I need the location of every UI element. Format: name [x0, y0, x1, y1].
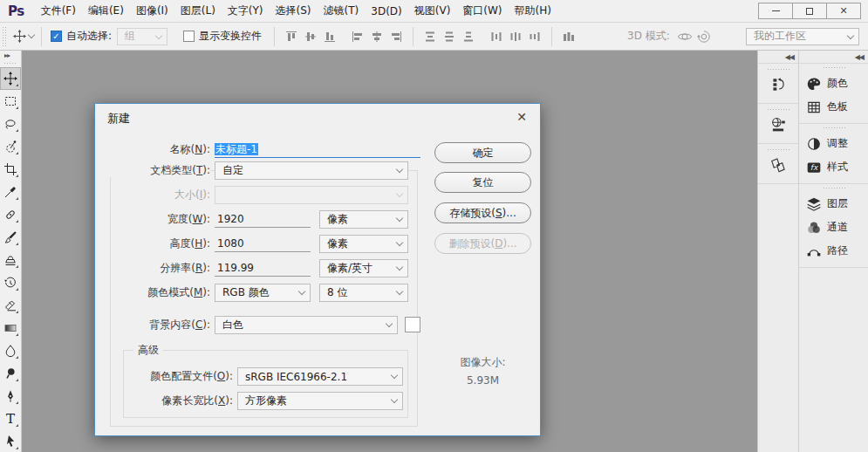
move-tool[interactable] — [0, 67, 21, 90]
toolbar-grip[interactable] — [3, 62, 17, 65]
align-bottom-icon[interactable] — [322, 29, 338, 45]
maximize-button[interactable] — [792, 3, 827, 19]
panel-tab-layers[interactable]: 图层 — [799, 192, 868, 216]
paths-panel-icon — [805, 243, 823, 259]
panel-tab-channels[interactable]: 通道 — [799, 216, 868, 239]
document-type-dropdown[interactable]: 自定 — [215, 161, 408, 180]
distribute-vertical-center-icon[interactable] — [441, 29, 457, 45]
bit-depth-dropdown[interactable]: 8 位 — [319, 284, 408, 302]
grip — [823, 66, 845, 69]
quick-selection-tool[interactable] — [0, 135, 21, 158]
gradient-tool[interactable] — [0, 317, 21, 339]
grip — [767, 68, 789, 71]
3d-panel-button[interactable] — [758, 104, 798, 144]
width-input[interactable]: 1920 — [215, 210, 311, 228]
auto-select-target-dropdown[interactable]: 组 — [117, 28, 167, 45]
resolution-unit-dropdown[interactable]: 像素/英寸 — [319, 259, 408, 277]
menu-type[interactable]: 文字(Y) — [222, 3, 270, 18]
align-vertical-center-icon[interactable] — [303, 29, 318, 45]
align-left-icon[interactable] — [350, 29, 366, 45]
pixel-aspect-ratio-dropdown[interactable]: 方形像素 — [237, 392, 403, 410]
height-input[interactable]: 1080 — [215, 235, 311, 252]
menu-layer[interactable]: 图层(L) — [174, 3, 222, 18]
lasso-icon — [3, 117, 17, 131]
move-tool-preset-icon[interactable] — [11, 29, 27, 45]
type-tool[interactable]: T — [0, 407, 21, 430]
3d-roll-icon[interactable] — [696, 29, 712, 45]
menu-window[interactable]: 窗口(W) — [456, 3, 508, 18]
distribute-left-icon[interactable] — [489, 29, 504, 45]
history-brush-icon — [3, 276, 17, 290]
ok-button[interactable]: 确定 — [434, 142, 531, 163]
show-transform-checkbox[interactable] — [183, 31, 195, 42]
3d-orbit-icon[interactable] — [677, 29, 693, 45]
options-bar-grip[interactable] — [2, 26, 6, 47]
tool-preset-chevron-icon[interactable] — [28, 31, 35, 38]
delete-preset-button[interactable]: 删除预设(D)... — [434, 233, 531, 254]
menu-select[interactable]: 选择(S) — [270, 3, 318, 18]
healing-brush-tool[interactable] — [0, 203, 21, 226]
chevron-down-icon — [396, 166, 403, 173]
dialog-title: 新建 — [107, 111, 130, 127]
menu-edit[interactable]: 编辑(E) — [82, 3, 130, 18]
panel-tab-styles[interactable]: fx 样式 — [799, 155, 868, 179]
panel-tab-paths[interactable]: 路径 — [799, 239, 868, 263]
color-profile-dropdown[interactable]: sRGB IEC61966-2.1 — [237, 367, 403, 386]
background-contents-dropdown[interactable]: 白色 — [215, 316, 398, 334]
crop-tool[interactable] — [0, 158, 21, 181]
styles-panel-icon: fx — [805, 160, 823, 175]
distribute-horizontal-center-icon[interactable] — [508, 29, 523, 45]
panel-tab-label: 调整 — [827, 136, 848, 151]
align-horizontal-center-icon[interactable] — [369, 29, 385, 45]
minimize-icon — [772, 10, 780, 11]
icon-column-collapse-icon[interactable]: ◀◀ — [758, 51, 798, 64]
brush-tool[interactable] — [0, 226, 21, 249]
rectangular-marquee-tool[interactable] — [0, 90, 21, 113]
distribute-bottom-icon[interactable] — [461, 29, 476, 45]
menu-3d[interactable]: 3D(D) — [365, 5, 407, 17]
distribute-right-icon[interactable] — [527, 29, 543, 45]
eraser-tool[interactable] — [0, 294, 21, 317]
menu-file[interactable]: 文件(F) — [35, 3, 82, 18]
menu-view[interactable]: 视图(V) — [408, 3, 457, 18]
path-selection-tool[interactable] — [0, 430, 21, 452]
panel-tab-label: 颜色 — [827, 76, 848, 91]
history-brush-tool[interactable] — [0, 271, 21, 294]
menu-filter[interactable]: 滤镜(T) — [318, 3, 366, 18]
pen-tool[interactable] — [0, 385, 21, 407]
dialog-close-button[interactable]: ✕ — [512, 108, 531, 126]
panel-column-collapse-icon[interactable]: ◀◀ — [799, 51, 868, 64]
3d-panel-icon — [769, 116, 787, 134]
dodge-tool[interactable] — [0, 362, 21, 385]
menu-help[interactable]: 帮助(H) — [509, 3, 557, 18]
background-color-swatch[interactable] — [405, 317, 420, 332]
size-dropdown[interactable] — [215, 186, 408, 204]
lasso-tool[interactable] — [0, 113, 21, 135]
align-top-icon[interactable] — [284, 29, 299, 45]
panel-tab-adjustments[interactable]: 调整 — [799, 132, 868, 155]
close-button[interactable]: ✕ — [826, 3, 861, 19]
width-unit-dropdown[interactable]: 像素 — [319, 210, 408, 229]
auto-select-checkbox[interactable]: ✓ — [51, 31, 62, 42]
clone-stamp-tool[interactable] — [0, 249, 21, 271]
blur-tool[interactable] — [0, 339, 21, 362]
panel-tab-swatches[interactable]: 色板 — [799, 95, 868, 119]
height-unit-dropdown[interactable]: 像素 — [319, 235, 408, 253]
name-input[interactable]: 未标题-1 — [215, 140, 420, 158]
color-mode-dropdown[interactable]: RGB 颜色 — [215, 284, 311, 302]
info-panel-button[interactable] — [758, 144, 798, 184]
panel-tab-color[interactable]: 颜色 — [799, 72, 868, 95]
menu-image[interactable]: 图像(I) — [130, 3, 174, 18]
workspace-dropdown[interactable]: 我的工作区 — [746, 28, 859, 45]
grip — [823, 187, 845, 189]
save-preset-button[interactable]: 存储预设(S)... — [434, 202, 531, 223]
eyedropper-tool[interactable] — [0, 181, 21, 203]
align-right-icon[interactable] — [388, 29, 404, 45]
history-panel-button[interactable] — [758, 64, 798, 104]
distribute-top-icon[interactable] — [422, 29, 438, 45]
auto-align-layers-icon[interactable] — [561, 29, 577, 45]
resolution-input[interactable]: 119.99 — [215, 259, 311, 277]
minimize-button[interactable] — [758, 3, 793, 19]
toolbar-expand-icon[interactable]: ▸▸ — [0, 51, 21, 60]
reset-button[interactable]: 复位 — [434, 172, 531, 193]
